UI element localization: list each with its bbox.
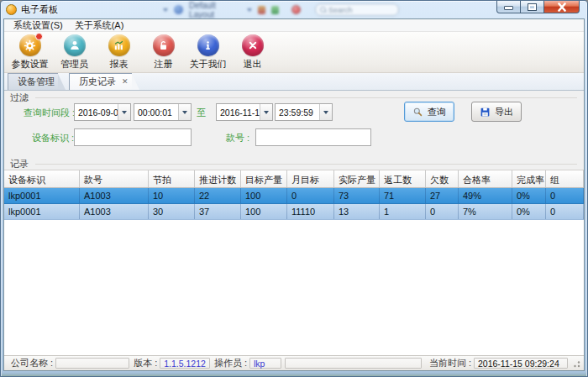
column-header-6[interactable]: 实际产量 [334, 170, 380, 187]
search-icon [320, 7, 326, 13]
table-row-0[interactable]: lkp0001A10031022100073712749%0%0 [4, 188, 584, 204]
search-label: Search [328, 6, 353, 14]
column-header-9[interactable]: 合格率 [459, 170, 512, 187]
time-range-label: 查询时间段 : [24, 107, 75, 119]
device-id-input[interactable] [74, 128, 192, 146]
table-cell: 0 [546, 188, 584, 203]
toolbar-button-register[interactable]: 注册 [141, 34, 186, 71]
version-label: 版本 : [134, 357, 157, 369]
toolbar-button-about[interactable]: 关于我们 [186, 34, 230, 71]
maximize-button[interactable] [521, 1, 543, 13]
chevron-down-icon [247, 8, 252, 12]
resize-grip[interactable] [570, 358, 581, 369]
menu-item-1[interactable]: 关于系统(A) [69, 20, 130, 31]
toolbar-button-settings[interactable]: 参数设置 [8, 34, 52, 71]
current-time-value: 2016-11-15 09:29:24 [474, 358, 568, 369]
time-from-dropdown-button[interactable] [178, 104, 191, 120]
chevron-down-icon [323, 111, 328, 114]
date-from-dropdown-button[interactable] [118, 104, 130, 120]
toolbar-button-label: 关于我们 [190, 58, 227, 71]
table-cell: 7% [459, 204, 512, 219]
layout-selector-label: Default Layout [189, 1, 241, 19]
records-table: 设备标识款号节拍推进计数目标产量月目标实际产量返工数欠数合格率完成率组 lkp0… [4, 170, 584, 355]
client-area: 系统设置(S)关于系统(A) 参数设置管理员报表注册关于我们退出 设备管理历史记… [3, 18, 585, 371]
column-header-7[interactable]: 返工数 [380, 170, 426, 187]
date-to-value: 2016-11-15 [217, 107, 260, 118]
section-divider [35, 97, 577, 98]
style-no-label: 款号 : [226, 132, 249, 144]
overlay-tool-icon [271, 6, 279, 14]
style-no-input[interactable] [255, 128, 371, 146]
company-name-value [55, 358, 129, 369]
table-cell: A1003 [80, 188, 149, 203]
table-cell: 0 [426, 204, 459, 219]
records-section-label: 记录 [10, 158, 29, 170]
titlebar-recording-overlay: Default Layout Search [163, 3, 399, 17]
column-header-11[interactable]: 组 [546, 170, 584, 187]
toolbar-button-report[interactable]: 报表 [97, 34, 141, 71]
filter-section-label: 过滤 [10, 92, 29, 104]
table-cell: lkp0001 [4, 204, 80, 219]
tab-history[interactable]: 历史记录✕ [69, 73, 132, 90]
user-icon [64, 34, 86, 56]
device-id-label: 设备标识 : [32, 132, 74, 144]
date-to-dropdown-button[interactable] [260, 104, 272, 120]
column-header-0[interactable]: 设备标识 [4, 170, 80, 187]
section-divider [35, 164, 577, 165]
minimize-icon [504, 6, 513, 10]
close-button[interactable] [543, 1, 580, 13]
date-from-picker[interactable]: 2016-09-01 [74, 103, 131, 121]
maximize-icon [528, 4, 536, 10]
table-cell: lkp0001 [4, 188, 80, 203]
table-header-row: 设备标识款号节拍推进计数目标产量月目标实际产量返工数欠数合格率完成率组 [4, 170, 584, 188]
overlay-tool-icon [258, 6, 265, 14]
time-to-picker[interactable]: 23:59:59 [275, 103, 333, 121]
date-from-value: 2016-09-01 [75, 107, 118, 118]
operator-label: 操作员 : [214, 357, 247, 369]
chevron-down-icon [122, 111, 127, 114]
column-header-2[interactable]: 节拍 [149, 170, 195, 187]
toolbar-button-label: 管理员 [60, 58, 88, 71]
column-header-8[interactable]: 欠数 [426, 170, 459, 187]
table-cell: 22 [195, 188, 241, 203]
column-header-10[interactable]: 完成率 [512, 170, 546, 187]
minimize-button[interactable] [496, 1, 521, 13]
column-header-4[interactable]: 目标产量 [241, 170, 287, 187]
column-header-3[interactable]: 推进计数 [195, 170, 241, 187]
time-to-dropdown-button[interactable] [319, 104, 332, 120]
window-controls [496, 1, 580, 13]
date-to-picker[interactable]: 2016-11-15 [216, 103, 273, 121]
menu-item-0[interactable]: 系统设置(S) [8, 20, 69, 31]
toolbar-button-exit[interactable]: 退出 [230, 34, 275, 71]
tab-device-management[interactable]: 设备管理 [8, 73, 58, 90]
tab-close-icon[interactable]: ✕ [122, 78, 129, 86]
toolbar-button-admin[interactable]: 管理员 [52, 34, 97, 71]
table-cell: 100 [241, 188, 287, 203]
version-value: 1.1.5.1212 [160, 358, 210, 369]
table-cell: 0% [512, 204, 546, 219]
table-cell: 27 [426, 188, 459, 203]
operator-value: lkp [249, 358, 281, 369]
time-from-picker[interactable]: 00:00:01 [134, 103, 192, 121]
titlebar[interactable]: 电子看板 Default Layout Search [1, 1, 587, 18]
app-window: 电子看板 Default Layout Search 系统设置(S)关于系统(A… [0, 0, 588, 377]
to-label: 至 [197, 107, 206, 119]
menubar: 系统设置(S)关于系统(A) [4, 19, 584, 32]
info-icon [197, 34, 219, 56]
chevron-down-icon [264, 111, 269, 114]
table-row-1[interactable]: lkp0001A100330371001111013107%0%0 [4, 204, 584, 220]
toolbar-button-label: 退出 [244, 58, 262, 71]
toolbar-button-label: 注册 [155, 58, 173, 71]
tab-label: 设备管理 [18, 76, 55, 88]
table-cell: 37 [195, 204, 241, 219]
export-button[interactable]: 导出 [471, 102, 522, 122]
table-cell: A1003 [80, 204, 149, 219]
time-to-value: 23:59:59 [276, 107, 319, 118]
window-frame-bottom [2, 372, 586, 376]
table-cell: 13 [334, 204, 380, 219]
chart-icon [108, 34, 130, 56]
column-header-1[interactable]: 款号 [80, 170, 149, 187]
column-header-5[interactable]: 月目标 [287, 170, 334, 187]
table-cell: 0% [512, 188, 546, 203]
query-button[interactable]: 查询 [404, 102, 454, 122]
